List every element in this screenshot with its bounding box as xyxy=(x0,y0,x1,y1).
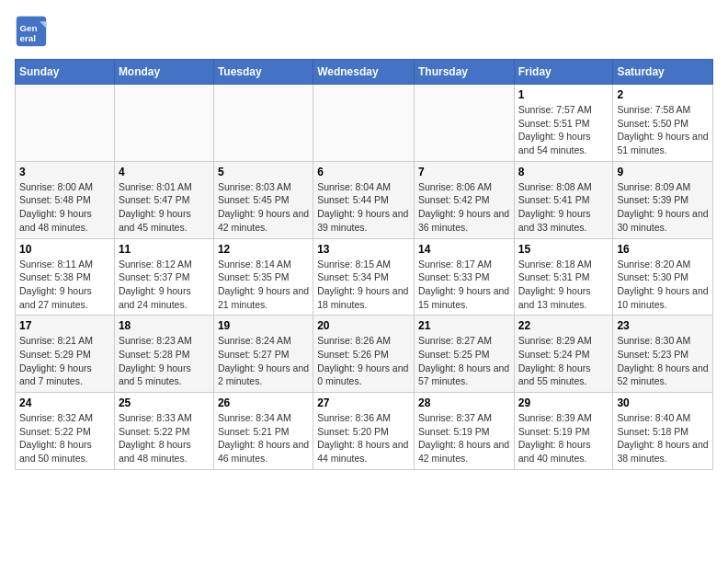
day-detail: Sunrise: 8:36 AM Sunset: 5:20 PM Dayligh… xyxy=(317,411,410,465)
day-detail: Sunrise: 8:24 AM Sunset: 5:27 PM Dayligh… xyxy=(218,334,309,388)
calendar-cell: 29Sunrise: 8:39 AM Sunset: 5:19 PM Dayli… xyxy=(514,393,613,470)
day-detail: Sunrise: 8:27 AM Sunset: 5:25 PM Dayligh… xyxy=(418,334,510,388)
day-number: 20 xyxy=(317,319,410,332)
calendar-cell: 8Sunrise: 8:08 AM Sunset: 5:41 PM Daylig… xyxy=(514,161,613,238)
day-detail: Sunrise: 8:03 AM Sunset: 5:45 PM Dayligh… xyxy=(218,180,309,235)
day-number: 2 xyxy=(617,88,709,101)
day-number: 22 xyxy=(518,319,609,332)
day-number: 19 xyxy=(218,319,309,332)
calendar-cell: 10Sunrise: 8:11 AM Sunset: 5:38 PM Dayli… xyxy=(16,238,115,316)
day-detail: Sunrise: 8:21 AM Sunset: 5:29 PM Dayligh… xyxy=(19,334,110,388)
calendar-cell: 25Sunrise: 8:33 AM Sunset: 5:22 PM Dayli… xyxy=(114,393,213,470)
calendar-week-row: 1Sunrise: 7:57 AM Sunset: 5:51 PM Daylig… xyxy=(16,85,713,162)
calendar-cell: 21Sunrise: 8:27 AM Sunset: 5:25 PM Dayli… xyxy=(414,316,514,393)
calendar-cell: 1Sunrise: 7:57 AM Sunset: 5:51 PM Daylig… xyxy=(514,85,613,162)
day-detail: Sunrise: 8:06 AM Sunset: 5:42 PM Dayligh… xyxy=(418,180,510,235)
calendar-cell: 13Sunrise: 8:15 AM Sunset: 5:34 PM Dayli… xyxy=(313,238,415,316)
day-detail: Sunrise: 8:30 AM Sunset: 5:23 PM Dayligh… xyxy=(617,334,709,388)
day-number: 14 xyxy=(418,243,510,256)
day-detail: Sunrise: 8:37 AM Sunset: 5:19 PM Dayligh… xyxy=(418,411,510,465)
day-number: 11 xyxy=(119,243,210,256)
calendar-cell: 2Sunrise: 7:58 AM Sunset: 5:50 PM Daylig… xyxy=(613,85,713,162)
day-number: 21 xyxy=(418,319,510,332)
day-detail: Sunrise: 8:08 AM Sunset: 5:41 PM Dayligh… xyxy=(518,180,609,235)
calendar-week-row: 17Sunrise: 8:21 AM Sunset: 5:29 PM Dayli… xyxy=(16,316,713,393)
calendar-cell: 26Sunrise: 8:34 AM Sunset: 5:21 PM Dayli… xyxy=(213,393,313,470)
svg-text:eral: eral xyxy=(19,33,36,43)
logo-icon: Gen eral xyxy=(15,15,48,48)
day-detail: Sunrise: 8:20 AM Sunset: 5:30 PM Dayligh… xyxy=(617,258,709,312)
calendar-cell: 15Sunrise: 8:18 AM Sunset: 5:31 PM Dayli… xyxy=(514,238,613,316)
day-number: 3 xyxy=(19,166,110,178)
day-detail: Sunrise: 8:40 AM Sunset: 5:18 PM Dayligh… xyxy=(617,411,709,465)
day-detail: Sunrise: 8:33 AM Sunset: 5:22 PM Dayligh… xyxy=(119,411,210,465)
calendar-cell xyxy=(313,85,415,162)
svg-text:Gen: Gen xyxy=(19,23,37,33)
calendar-cell: 23Sunrise: 8:30 AM Sunset: 5:23 PM Dayli… xyxy=(613,316,713,393)
day-detail: Sunrise: 8:32 AM Sunset: 5:22 PM Dayligh… xyxy=(19,411,110,465)
day-detail: Sunrise: 8:18 AM Sunset: 5:31 PM Dayligh… xyxy=(518,258,609,312)
calendar-cell: 7Sunrise: 8:06 AM Sunset: 5:42 PM Daylig… xyxy=(414,161,514,238)
day-number: 29 xyxy=(518,396,609,409)
day-number: 1 xyxy=(518,88,609,101)
header-saturday: Saturday xyxy=(613,60,713,85)
calendar-week-row: 24Sunrise: 8:32 AM Sunset: 5:22 PM Dayli… xyxy=(16,393,713,470)
calendar-cell: 9Sunrise: 8:09 AM Sunset: 5:39 PM Daylig… xyxy=(613,161,713,238)
day-detail: Sunrise: 8:39 AM Sunset: 5:19 PM Dayligh… xyxy=(518,411,609,465)
day-number: 30 xyxy=(617,396,709,409)
day-detail: Sunrise: 8:04 AM Sunset: 5:44 PM Dayligh… xyxy=(317,180,410,235)
day-number: 7 xyxy=(418,166,510,178)
day-detail: Sunrise: 8:34 AM Sunset: 5:21 PM Dayligh… xyxy=(218,411,309,465)
day-detail: Sunrise: 8:12 AM Sunset: 5:37 PM Dayligh… xyxy=(119,258,210,312)
header-sunday: Sunday xyxy=(16,60,115,85)
day-number: 15 xyxy=(518,243,609,256)
page-header: Gen eral xyxy=(15,15,713,48)
day-number: 9 xyxy=(617,166,709,178)
calendar-cell: 28Sunrise: 8:37 AM Sunset: 5:19 PM Dayli… xyxy=(414,393,514,470)
calendar-cell xyxy=(414,85,514,162)
calendar-cell: 14Sunrise: 8:17 AM Sunset: 5:33 PM Dayli… xyxy=(414,238,514,316)
header-wednesday: Wednesday xyxy=(313,60,415,85)
calendar-cell xyxy=(213,85,313,162)
day-detail: Sunrise: 8:01 AM Sunset: 5:47 PM Dayligh… xyxy=(119,180,210,235)
calendar-week-row: 10Sunrise: 8:11 AM Sunset: 5:38 PM Dayli… xyxy=(16,238,713,316)
day-number: 28 xyxy=(418,396,510,409)
day-number: 13 xyxy=(317,243,410,256)
day-detail: Sunrise: 8:14 AM Sunset: 5:35 PM Dayligh… xyxy=(218,258,309,312)
calendar-cell: 12Sunrise: 8:14 AM Sunset: 5:35 PM Dayli… xyxy=(213,238,313,316)
day-number: 5 xyxy=(218,166,309,178)
header-friday: Friday xyxy=(514,60,613,85)
calendar-cell: 11Sunrise: 8:12 AM Sunset: 5:37 PM Dayli… xyxy=(114,238,213,316)
day-number: 8 xyxy=(518,166,609,178)
calendar-cell: 30Sunrise: 8:40 AM Sunset: 5:18 PM Dayli… xyxy=(613,393,713,470)
header-tuesday: Tuesday xyxy=(213,60,313,85)
calendar-cell: 18Sunrise: 8:23 AM Sunset: 5:28 PM Dayli… xyxy=(114,316,213,393)
day-number: 16 xyxy=(617,243,709,256)
calendar-cell: 5Sunrise: 8:03 AM Sunset: 5:45 PM Daylig… xyxy=(213,161,313,238)
calendar-table: SundayMondayTuesdayWednesdayThursdayFrid… xyxy=(15,59,713,470)
day-number: 25 xyxy=(119,396,210,409)
day-number: 26 xyxy=(218,396,309,409)
day-number: 27 xyxy=(317,396,410,409)
day-number: 18 xyxy=(119,319,210,332)
header-thursday: Thursday xyxy=(414,60,514,85)
calendar-header-row: SundayMondayTuesdayWednesdayThursdayFrid… xyxy=(16,60,713,85)
calendar-cell: 27Sunrise: 8:36 AM Sunset: 5:20 PM Dayli… xyxy=(313,393,415,470)
day-number: 4 xyxy=(119,166,210,178)
day-detail: Sunrise: 8:11 AM Sunset: 5:38 PM Dayligh… xyxy=(19,258,110,312)
calendar-week-row: 3Sunrise: 8:00 AM Sunset: 5:48 PM Daylig… xyxy=(16,161,713,238)
calendar-cell: 22Sunrise: 8:29 AM Sunset: 5:24 PM Dayli… xyxy=(514,316,613,393)
day-detail: Sunrise: 8:23 AM Sunset: 5:28 PM Dayligh… xyxy=(119,334,210,388)
header-monday: Monday xyxy=(114,60,213,85)
calendar-cell: 6Sunrise: 8:04 AM Sunset: 5:44 PM Daylig… xyxy=(313,161,415,238)
calendar-cell: 24Sunrise: 8:32 AM Sunset: 5:22 PM Dayli… xyxy=(16,393,115,470)
calendar-cell: 16Sunrise: 8:20 AM Sunset: 5:30 PM Dayli… xyxy=(613,238,713,316)
calendar-cell: 4Sunrise: 8:01 AM Sunset: 5:47 PM Daylig… xyxy=(114,161,213,238)
day-detail: Sunrise: 8:26 AM Sunset: 5:26 PM Dayligh… xyxy=(317,334,410,388)
calendar-cell xyxy=(16,85,115,162)
day-detail: Sunrise: 8:00 AM Sunset: 5:48 PM Dayligh… xyxy=(19,180,110,235)
day-detail: Sunrise: 7:58 AM Sunset: 5:50 PM Dayligh… xyxy=(617,103,709,157)
day-detail: Sunrise: 8:17 AM Sunset: 5:33 PM Dayligh… xyxy=(418,258,510,312)
calendar-cell: 19Sunrise: 8:24 AM Sunset: 5:27 PM Dayli… xyxy=(213,316,313,393)
day-number: 17 xyxy=(19,319,110,332)
